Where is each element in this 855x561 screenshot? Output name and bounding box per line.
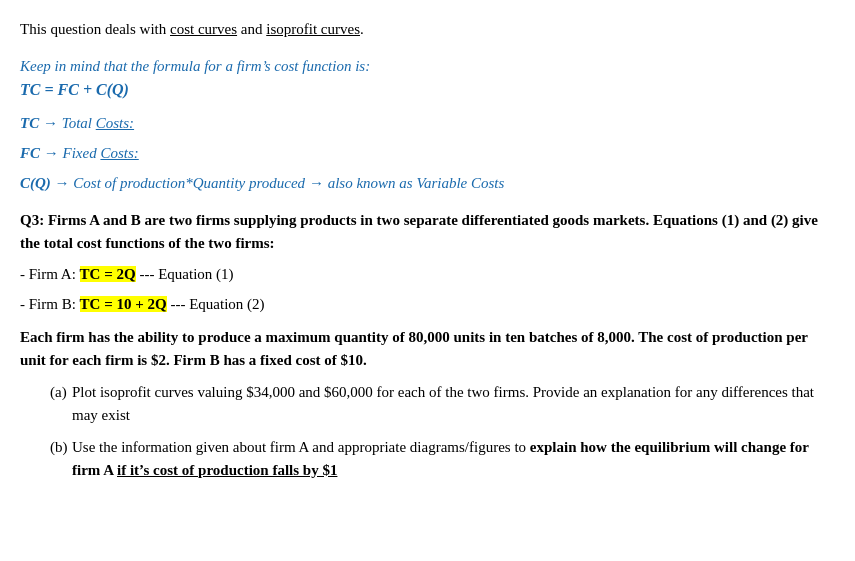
formula-section: Keep in mind that the formula for a firm… — [20, 55, 835, 100]
cq-text: Cost of production*Quantity produced → a… — [73, 175, 504, 191]
sub-b-underline-text: if it’s cost of production falls by $1 — [117, 462, 337, 478]
tc-text: Total Costs: — [62, 115, 134, 131]
sub-a-text: Plot isoprofit curves valuing $34,000 an… — [72, 381, 831, 426]
cq-arrow: → — [55, 175, 74, 191]
intro-paragraph: This question deals with cost curves and… — [20, 18, 835, 41]
sub-question-a: (a)Plot isoprofit curves valuing $34,000… — [50, 381, 835, 426]
firm-a-prefix: - Firm A: — [20, 266, 80, 282]
sub-question-b: (b)Use the information given about firm … — [50, 436, 835, 481]
firm-a-formula: TC = 2Q — [80, 266, 136, 282]
tc-definition: TC → Total Costs: — [20, 111, 835, 135]
each-firm-paragraph: Each firm has the ability to produce a m… — [20, 326, 835, 371]
firm-b-line: - Firm B: TC = 10 + 2Q --- Equation (2) — [20, 292, 835, 316]
intro-text-middle: and — [237, 21, 266, 37]
cq-symbol: C(Q) — [20, 175, 51, 191]
intro-text-before: This question deals with — [20, 21, 170, 37]
fc-arrow: → — [44, 145, 63, 161]
tc-symbol: TC — [20, 115, 39, 131]
q3-paragraph: Q3: Firms A and B are two firms supplyin… — [20, 209, 835, 254]
sub-b-text-before: Use the information given about firm A a… — [72, 439, 530, 455]
sub-a-label: (a) — [50, 381, 72, 404]
firm-b-suffix: --- Equation (2) — [167, 296, 265, 312]
sub-b-text: Use the information given about firm A a… — [72, 436, 831, 481]
firm-b-prefix: - Firm B: — [20, 296, 80, 312]
isoprofit-curves-text: isoprofit curves — [266, 21, 360, 37]
cost-curves-text: cost curves — [170, 21, 237, 37]
fc-text: Fixed Costs: — [63, 145, 139, 161]
fc-definition: FC → Fixed Costs: — [20, 141, 835, 165]
firm-b-formula: TC = 10 + 2Q — [80, 296, 167, 312]
firm-a-suffix: --- Equation (1) — [136, 266, 234, 282]
fc-symbol: FC — [20, 145, 40, 161]
sub-b-label: (b) — [50, 436, 72, 459]
firm-a-line: - Firm A: TC = 2Q --- Equation (1) — [20, 262, 835, 286]
cq-definition: C(Q) → Cost of production*Quantity produ… — [20, 171, 835, 195]
intro-text-end: . — [360, 21, 364, 37]
tc-arrow: → — [43, 115, 62, 131]
reminder-formula: TC = FC + C(Q) — [20, 81, 835, 99]
reminder-line1: Keep in mind that the formula for a firm… — [20, 55, 835, 78]
